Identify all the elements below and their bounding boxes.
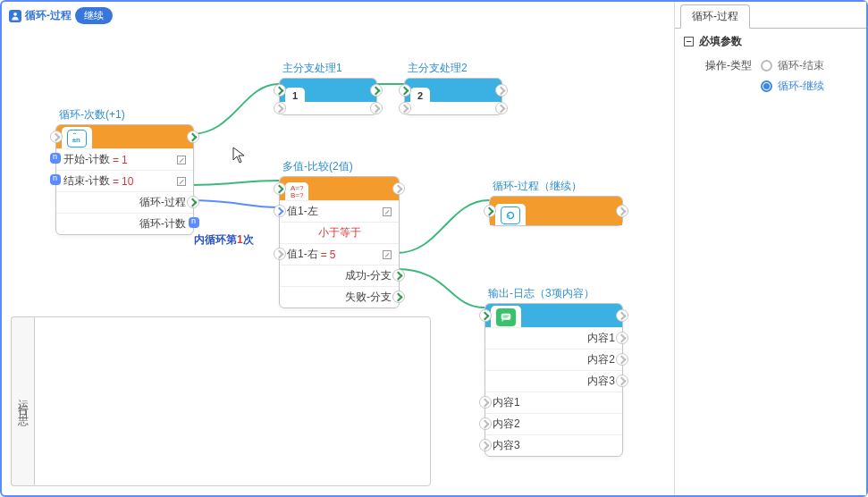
port-in[interactable] bbox=[484, 205, 496, 217]
node-loopproc[interactable]: 循环-过程（继续） bbox=[489, 179, 623, 226]
port-l2[interactable] bbox=[479, 417, 492, 430]
cursor-icon bbox=[232, 147, 247, 164]
log-panel: 运行日志 bbox=[11, 316, 431, 486]
port-b2-out2[interactable] bbox=[495, 102, 508, 114]
port-out[interactable] bbox=[616, 205, 628, 217]
svg-rect-2 bbox=[501, 314, 511, 320]
port-proc-out[interactable] bbox=[187, 196, 199, 208]
node-loopproc-title: 循环-过程（继续） bbox=[489, 179, 623, 194]
node-loop[interactable]: 循环-次数(+1) ±n 开始-计数 = 1 结束-计数 = bbox=[55, 107, 194, 235]
canvas[interactable]: 循环-过程 继续 循环-次数(+1) ±n bbox=[2, 2, 674, 495]
node-output[interactable]: 输出-日志（3项内容） 内容1 内容2 内容3 内容1 内容2 内容3 bbox=[485, 286, 623, 457]
node-compare-title: 多值-比较(2值) bbox=[279, 159, 400, 174]
loop-icon: ±n bbox=[67, 130, 87, 147]
port-succ[interactable] bbox=[392, 269, 405, 282]
port-out[interactable] bbox=[616, 309, 628, 322]
svg-point-0 bbox=[13, 12, 17, 15]
port-out[interactable] bbox=[392, 182, 405, 195]
port-b1-in2[interactable] bbox=[274, 102, 286, 114]
port-in[interactable] bbox=[399, 84, 411, 97]
port-fail[interactable] bbox=[392, 291, 405, 303]
edit-icon[interactable] bbox=[383, 207, 392, 216]
title-bar: 循环-过程 继续 bbox=[9, 7, 113, 24]
port-b1-out2[interactable] bbox=[370, 102, 383, 114]
page-title: 循环-过程 bbox=[25, 8, 72, 23]
port-r3[interactable] bbox=[616, 375, 628, 387]
sidebar-field-op-type: 操作-类型 循环-结束 循环-继续 bbox=[675, 55, 866, 97]
edit-icon[interactable] bbox=[177, 156, 186, 164]
title-pill: 继续 bbox=[75, 7, 113, 24]
radio-loop-continue[interactable]: 循环-继续 bbox=[761, 79, 857, 94]
node-loop-title: 循环-次数(+1) bbox=[55, 107, 194, 122]
node-branch1-title: 主分支处理1 bbox=[279, 61, 377, 76]
port-out[interactable] bbox=[187, 131, 199, 143]
inner-loop-label: 内循环第1次 bbox=[194, 232, 254, 248]
sidebar: 循环-过程 − 必填参数 操作-类型 循环-结束 循环-继续 bbox=[674, 2, 866, 495]
svg-text:±n: ±n bbox=[72, 136, 80, 144]
port-l1[interactable] bbox=[479, 396, 492, 409]
person-icon bbox=[9, 10, 21, 22]
radio-loop-end[interactable]: 循环-结束 bbox=[761, 58, 857, 73]
edit-icon[interactable] bbox=[177, 177, 186, 186]
node-compare[interactable]: 多值-比较(2值) A=?B=? 值1-左 小于等于 值1-右 = 5 bbox=[279, 159, 400, 308]
port-end-in[interactable] bbox=[50, 174, 61, 185]
node-branch2-title: 主分支处理2 bbox=[404, 61, 502, 76]
port-in[interactable] bbox=[274, 182, 286, 195]
port-r1[interactable] bbox=[616, 332, 628, 344]
compare-icon: A=?B=? bbox=[291, 185, 303, 199]
collapse-icon[interactable]: − bbox=[684, 37, 694, 46]
port-in[interactable] bbox=[274, 84, 286, 97]
port-r2[interactable] bbox=[616, 353, 628, 366]
port-count-out[interactable] bbox=[189, 217, 199, 228]
port-out[interactable] bbox=[370, 84, 383, 97]
node-output-title: 输出-日志（3项内容） bbox=[485, 286, 623, 301]
port-out[interactable] bbox=[495, 84, 508, 97]
port-start-in[interactable] bbox=[50, 153, 61, 164]
port-v1l[interactable] bbox=[274, 205, 286, 217]
sidebar-tab[interactable]: 循环-过程 bbox=[680, 4, 750, 29]
sidebar-section[interactable]: − 必填参数 bbox=[675, 29, 866, 55]
port-in[interactable] bbox=[50, 131, 63, 143]
port-v1r[interactable] bbox=[274, 248, 286, 260]
log-body[interactable] bbox=[34, 316, 431, 486]
port-b2-in2[interactable] bbox=[399, 102, 411, 114]
node-branch2[interactable]: 主分支处理2 2 bbox=[404, 61, 502, 115]
edit-icon[interactable] bbox=[383, 250, 392, 259]
refresh-icon bbox=[501, 206, 520, 224]
port-l3[interactable] bbox=[479, 439, 492, 451]
chat-icon bbox=[496, 308, 516, 326]
log-tab[interactable]: 运行日志 bbox=[11, 316, 34, 486]
port-in[interactable] bbox=[479, 309, 492, 322]
node-branch1[interactable]: 主分支处理1 1 bbox=[279, 61, 377, 115]
